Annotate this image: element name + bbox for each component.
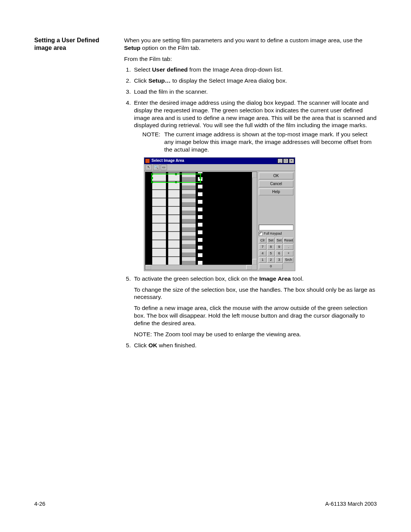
arrow-tool-icon[interactable]: ↖ xyxy=(145,165,152,170)
dialog-toolbar: ↖ 🔍 ▭ xyxy=(144,164,295,171)
key-3[interactable]: 3 xyxy=(276,257,283,263)
cancel-button[interactable]: Cancel xyxy=(259,181,293,187)
step-5d: NOTE: The Zoom tool may be used to enlar… xyxy=(134,331,377,338)
doc-id: A-61133 March 2003 xyxy=(325,500,377,508)
step-3: Load the film in the scanner. xyxy=(132,88,377,96)
step-5a: To activate the green selection box, cli… xyxy=(132,275,377,283)
key-srch[interactable]: Srch xyxy=(284,257,293,263)
key-set-b[interactable]: Set B xyxy=(276,238,283,243)
full-keypad-checkbox[interactable] xyxy=(259,232,263,236)
key-4[interactable]: 4 xyxy=(259,251,266,256)
vertical-scrollbar[interactable] xyxy=(252,172,257,265)
minimize-icon[interactable]: _ xyxy=(277,158,283,163)
key-0[interactable]: 0 xyxy=(259,264,283,269)
dialog-title: Select Image Area xyxy=(151,158,277,163)
key-9[interactable]: 9 xyxy=(276,244,283,250)
note-body: The current image address is shown at th… xyxy=(164,131,377,153)
select-image-area-dialog: Select Image Area _ □ × ↖ 🔍 ▭ xyxy=(144,157,295,271)
key-5[interactable]: 5 xyxy=(267,251,275,256)
key-7[interactable]: 7 xyxy=(259,244,266,250)
step-4: Enter the desired image address using th… xyxy=(132,99,377,271)
key-clr[interactable]: Clr xyxy=(259,238,266,243)
help-button[interactable]: Help xyxy=(259,189,293,195)
ok-button[interactable]: OK xyxy=(259,173,293,179)
key-1[interactable]: 1 xyxy=(259,257,266,263)
key-6[interactable]: 6 xyxy=(276,251,283,256)
film-viewport[interactable] xyxy=(145,172,257,270)
key-reset[interactable]: Reset xyxy=(284,238,293,243)
close-icon[interactable]: × xyxy=(289,158,294,163)
section-heading: Setting a User Defined image area xyxy=(34,37,110,352)
horizontal-scrollbar[interactable] xyxy=(145,265,252,270)
step-5c: To define a new image area, click the mo… xyxy=(134,304,377,327)
from-line: From the Film tab: xyxy=(124,55,377,63)
dialog-titlebar: Select Image Area _ □ × xyxy=(144,158,295,164)
app-icon xyxy=(145,158,150,163)
key-dot[interactable]: . xyxy=(284,244,293,250)
key-8[interactable]: 8 xyxy=(267,244,275,250)
maximize-icon[interactable]: □ xyxy=(283,158,288,163)
note-label: NOTE: xyxy=(142,131,160,153)
key-plus[interactable]: + xyxy=(284,251,293,256)
key-set-a[interactable]: Set A xyxy=(267,238,275,243)
step-5b: To change the size of the selection box,… xyxy=(134,286,377,301)
image-area-tool-icon[interactable]: ▭ xyxy=(161,165,167,170)
step-5e: Click OK when finished. xyxy=(132,342,377,349)
image-address-field[interactable] xyxy=(259,225,293,230)
step-2: Click Setup… to display the Select Image… xyxy=(132,77,377,85)
page-number: 4-26 xyxy=(34,500,45,508)
intro-paragraph: When you are setting film parameters and… xyxy=(124,37,377,52)
keypad: Clr Set A Set B Reset 7 8 9 . 4 5 xyxy=(259,238,293,269)
zoom-tool-icon[interactable]: 🔍 xyxy=(153,165,159,170)
key-2[interactable]: 2 xyxy=(267,257,275,263)
step-1: Select User defined from the Image Area … xyxy=(132,66,377,73)
selection-box[interactable] xyxy=(151,174,201,183)
full-keypad-label: Full Keypad xyxy=(264,232,282,236)
